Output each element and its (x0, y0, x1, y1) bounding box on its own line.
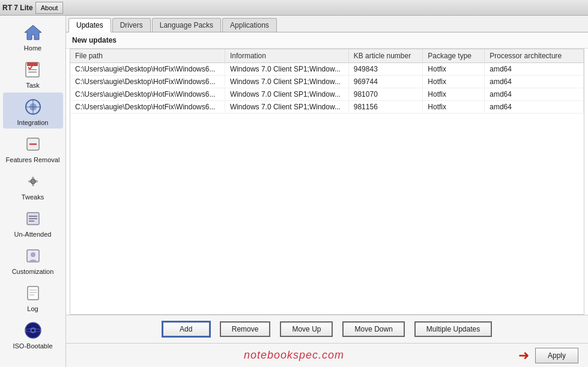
svg-point-13 (31, 179, 35, 184)
sidebar-task-label: Task (26, 82, 40, 89)
remove-button[interactable]: Remove (220, 321, 271, 337)
apply-button[interactable]: Apply (535, 348, 578, 363)
cell-kb: 949843 (348, 63, 423, 76)
multiple-updates-button[interactable]: Multiple Updates (414, 321, 492, 337)
iso-bootable-icon (22, 320, 44, 341)
main-content: Updates Drivers Language Packs Applicati… (66, 16, 588, 367)
cell-pkg: Hotfix (423, 63, 485, 76)
cell-kb: 981156 (348, 101, 423, 114)
svg-marker-0 (25, 25, 41, 40)
cell-info: Windows 7.0 Client SP1;Window... (225, 63, 348, 76)
cell-arch: amd64 (485, 88, 584, 101)
cell-arch: amd64 (485, 63, 584, 76)
task-icon (22, 59, 44, 80)
bottom-bar: notebookspec.com ➜ Apply (66, 343, 588, 367)
sidebar-item-log[interactable]: Log (3, 279, 63, 315)
sidebar-item-tweaks[interactable]: Tweaks (3, 167, 63, 203)
log-icon (22, 282, 44, 304)
sidebar-item-integration[interactable]: Integration (3, 93, 63, 129)
button-bar: Add Remove Move Up Move Down Multiple Up… (66, 315, 588, 343)
move-down-button[interactable]: Move Down (342, 321, 404, 337)
sidebar-item-task[interactable]: Task (3, 55, 63, 91)
cell-arch: amd64 (485, 101, 584, 114)
new-updates-bar: New updates (66, 32, 588, 49)
tab-drivers[interactable]: Drivers (112, 18, 151, 32)
sidebar-home-label: Home (24, 44, 41, 52)
tab-bar: Updates Drivers Language Packs Applicati… (66, 16, 588, 32)
sidebar-features-label: Features Removal (6, 156, 60, 163)
tweaks-icon (22, 171, 44, 192)
svg-point-19 (31, 252, 35, 257)
svg-point-26 (32, 329, 34, 332)
updates-table: File path Information KB article number … (70, 49, 584, 114)
sidebar-log-label: Log (27, 305, 38, 312)
integration-icon (22, 96, 44, 118)
new-updates-label: New updates (72, 36, 117, 44)
app-title: RT 7 Lite (2, 4, 33, 12)
add-button[interactable]: Add (162, 321, 210, 337)
arrow-icon: ➜ (518, 348, 529, 363)
table-row[interactable]: C:\Users\augie\Desktop\HotFix\Windows6..… (70, 101, 584, 114)
sidebar-item-customization[interactable]: Customization (3, 241, 63, 278)
cell-filepath: C:\Users\augie\Desktop\HotFix\Windows6..… (70, 101, 225, 114)
cell-info: Windows 7.0 Client SP1;Window... (225, 101, 348, 114)
sidebar-unattended-label: Un-Attended (14, 231, 52, 238)
sidebar-iso-label: ISO-Bootable (13, 342, 52, 350)
sidebar-item-iso-bootable[interactable]: ISO-Bootable (3, 316, 63, 352)
title-bar: RT 7 Lite About (0, 0, 588, 16)
col-kb: KB article number (348, 49, 423, 63)
cell-filepath: C:\Users\augie\Desktop\HotFix\Windows6..… (70, 63, 225, 76)
cell-pkg: Hotfix (423, 101, 485, 114)
cell-kb: 981070 (348, 88, 423, 101)
about-button[interactable]: About (35, 2, 64, 14)
table-row[interactable]: C:\Users\augie\Desktop\HotFix\Windows6..… (70, 76, 584, 88)
cell-filepath: C:\Users\augie\Desktop\HotFix\Windows6..… (70, 76, 225, 88)
updates-table-container[interactable]: File path Information KB article number … (70, 49, 584, 315)
tab-language-packs[interactable]: Language Packs (152, 18, 221, 32)
table-header-row: File path Information KB article number … (70, 49, 584, 63)
sidebar-integration-label: Integration (17, 119, 49, 126)
customization-icon (22, 245, 44, 267)
table-row[interactable]: C:\Users\augie\Desktop\HotFix\Windows6..… (70, 88, 584, 101)
unattended-icon (22, 208, 44, 229)
tab-applications[interactable]: Applications (222, 18, 277, 32)
sidebar: Home Task (0, 16, 66, 367)
cell-pkg: Hotfix (423, 76, 485, 88)
features-removal-icon (22, 133, 44, 155)
cell-filepath: C:\Users\augie\Desktop\HotFix\Windows6..… (70, 88, 225, 101)
sidebar-tweaks-label: Tweaks (22, 193, 44, 201)
cell-pkg: Hotfix (423, 88, 485, 101)
col-filepath: File path (70, 49, 225, 63)
sidebar-item-features-removal[interactable]: Features Removal (3, 130, 63, 166)
col-pkg: Package type (423, 49, 485, 63)
col-arch: Processor architecture (485, 49, 584, 63)
home-icon (22, 22, 44, 43)
watermark-text: notebookspec.com (76, 349, 512, 362)
sidebar-customization-label: Customization (12, 268, 54, 275)
sidebar-item-un-attended[interactable]: Un-Attended (3, 204, 63, 240)
cell-info: Windows 7.0 Client SP1;Window... (225, 88, 348, 101)
col-info: Information (225, 49, 348, 63)
cell-info: Windows 7.0 Client SP1;Window... (225, 76, 348, 88)
svg-rect-20 (28, 287, 38, 300)
tab-updates[interactable]: Updates (68, 18, 111, 32)
cell-kb: 969744 (348, 76, 423, 88)
table-row[interactable]: C:\Users\augie\Desktop\HotFix\Windows6..… (70, 63, 584, 76)
move-up-button[interactable]: Move Up (280, 321, 333, 337)
sidebar-item-home[interactable]: Home (3, 18, 63, 54)
cell-arch: amd64 (485, 76, 584, 88)
